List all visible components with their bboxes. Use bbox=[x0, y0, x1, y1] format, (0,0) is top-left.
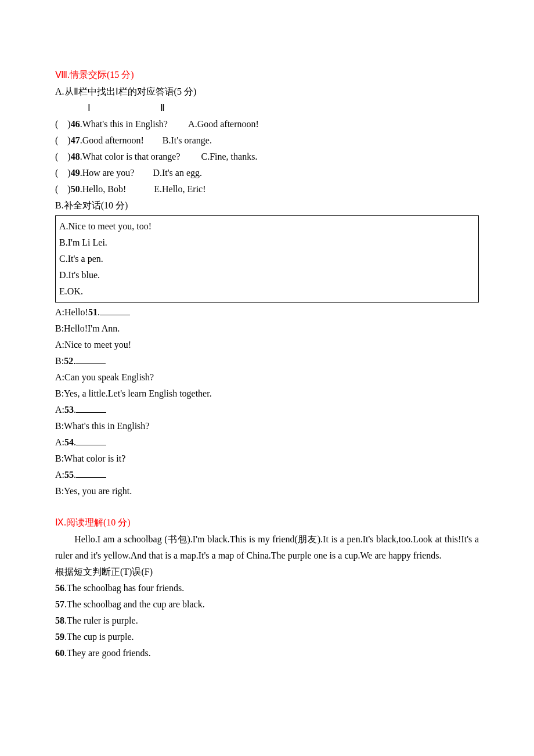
q46-row: ( )46.What's this in English? A.Good aft… bbox=[55, 116, 479, 132]
d9-num: 54 bbox=[64, 437, 74, 447]
q59-text: The cup is purple. bbox=[67, 632, 134, 642]
q46-text: What's this in English? bbox=[82, 119, 168, 129]
dialog-line-2: B:Hello!I'm Ann. bbox=[55, 321, 479, 337]
q50-num: 50 bbox=[71, 184, 80, 194]
q48-answer: C.Fine, thanks. bbox=[201, 152, 257, 161]
dialog-line-8: B:What's this in English? bbox=[55, 418, 479, 434]
part-b-instruction: B.补全对话(10 分) bbox=[55, 197, 479, 214]
box-option-c: C.It's a pen. bbox=[59, 251, 475, 267]
section-9-title: Ⅸ.阅读理解(10 分) bbox=[55, 514, 479, 531]
blank-54[interactable] bbox=[76, 436, 106, 445]
q59-num: 59 bbox=[55, 632, 64, 642]
dialog-line-4: B:52. bbox=[55, 353, 479, 369]
d9-prefix: A: bbox=[55, 437, 64, 447]
q50-text: Hello, Bob! bbox=[82, 184, 127, 194]
dialog-line-7: A:53. bbox=[55, 402, 479, 418]
passage-text: Hello.I am a schoolbag (书包).I'm black.Th… bbox=[55, 534, 479, 560]
q60-num: 60 bbox=[55, 648, 64, 658]
q58-num: 58 bbox=[55, 615, 64, 625]
dialog-line-12: B:Yes, you are right. bbox=[55, 483, 479, 499]
box-option-a: A.Nice to meet you, too! bbox=[59, 218, 475, 235]
dialog-line-3: A:Nice to meet you! bbox=[55, 337, 479, 353]
q49-num: 49 bbox=[71, 168, 80, 178]
q47-row: ( )47.Good afternoon! B.It's orange. bbox=[55, 132, 479, 149]
q47-answer: B.It's orange. bbox=[163, 135, 212, 145]
q59-row: 59.The cup is purple. bbox=[55, 629, 479, 645]
q50-answer: E.Hello, Eric! bbox=[154, 184, 205, 194]
column-headers: Ⅰ Ⅱ bbox=[55, 100, 479, 116]
dialog-line-11: A:55. bbox=[55, 467, 479, 483]
col-ii-label: Ⅱ bbox=[160, 103, 165, 113]
tf-instruction: 根据短文判断正(T)误(F) bbox=[55, 564, 479, 580]
q60-row: 60.They are good friends. bbox=[55, 645, 479, 661]
q49-text: How are you? bbox=[82, 168, 135, 178]
answer-options-box: A.Nice to meet you, too! B.I'm Li Lei. C… bbox=[55, 215, 479, 303]
d1-num: 51 bbox=[88, 307, 98, 317]
blank-55[interactable] bbox=[76, 469, 106, 478]
q47-text: Good afternoon! bbox=[82, 135, 144, 145]
q48-num: 48 bbox=[71, 152, 80, 161]
blank-53[interactable] bbox=[76, 404, 106, 413]
q49-row: ( )49.How are you? D.It's an egg. bbox=[55, 165, 479, 181]
box-option-e: E.OK. bbox=[59, 283, 475, 300]
q46-answer: A.Good afternoon! bbox=[188, 119, 259, 129]
q60-text: They are good friends. bbox=[67, 648, 151, 658]
q47-num: 47 bbox=[71, 135, 80, 145]
q56-text: The schoolbag has four friends. bbox=[67, 583, 184, 593]
q56-num: 56 bbox=[55, 583, 64, 593]
q57-row: 57.The schoolbag and the cup are black. bbox=[55, 596, 479, 613]
dialog-line-10: B:What color is it? bbox=[55, 451, 479, 467]
q50-row: ( )50.Hello, Bob! E.Hello, Eric! bbox=[55, 181, 479, 197]
q48-row: ( )48.What color is that orange? C.Fine,… bbox=[55, 149, 479, 165]
d7-num: 53 bbox=[64, 405, 74, 415]
col-i-label: Ⅰ bbox=[88, 103, 91, 113]
d11-num: 55 bbox=[64, 470, 74, 480]
dialog-line-5: A:Can you speak English? bbox=[55, 369, 479, 386]
q58-text: The ruler is purple. bbox=[67, 615, 138, 625]
box-option-d: D.It's blue. bbox=[59, 267, 475, 283]
section-8-title: Ⅷ.情景交际(15 分) bbox=[55, 67, 479, 83]
dialog-line-6: B:Yes, a little.Let's learn English toge… bbox=[55, 386, 479, 402]
d11-prefix: A: bbox=[55, 470, 64, 480]
q48-text: What color is that orange? bbox=[82, 152, 181, 161]
d1-prefix: A:Hello! bbox=[55, 307, 88, 317]
q57-num: 57 bbox=[55, 599, 64, 609]
dialog-line-1: A:Hello!51. bbox=[55, 304, 479, 321]
dialog-line-9: A:54. bbox=[55, 434, 479, 451]
d7-prefix: A: bbox=[55, 405, 64, 415]
blank-52[interactable] bbox=[75, 355, 106, 364]
reading-passage: Hello.I am a schoolbag (书包).I'm black.Th… bbox=[55, 531, 479, 564]
blank-51[interactable] bbox=[100, 306, 130, 315]
q56-row: 56.The schoolbag has four friends. bbox=[55, 580, 479, 596]
part-a-instruction: A.从Ⅱ栏中找出Ⅰ栏的对应答语(5 分) bbox=[55, 84, 479, 100]
q46-num: 46 bbox=[71, 119, 80, 129]
q57-text: The schoolbag and the cup are black. bbox=[67, 599, 205, 609]
box-option-b: B.I'm Li Lei. bbox=[59, 235, 475, 251]
d4-num: 52 bbox=[64, 356, 73, 366]
d4-prefix: B: bbox=[55, 356, 64, 366]
q58-row: 58.The ruler is purple. bbox=[55, 613, 479, 629]
q49-answer: D.It's an egg. bbox=[153, 168, 202, 178]
